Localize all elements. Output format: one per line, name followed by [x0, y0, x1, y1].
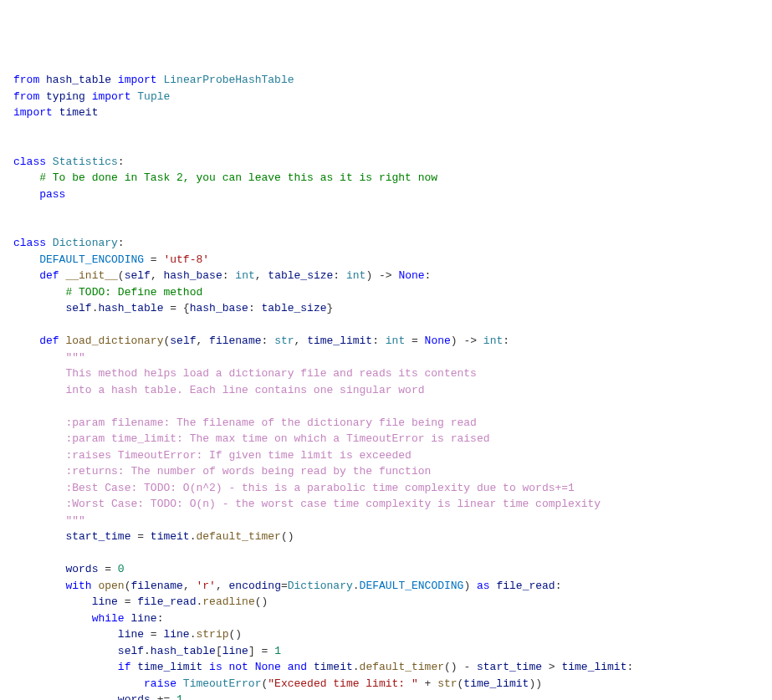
function-name: __init__	[65, 269, 117, 282]
keyword-raise: raise	[144, 677, 176, 690]
variable: file_read	[496, 580, 555, 592]
keyword-while: while	[92, 612, 125, 625]
module-ref: timeit	[151, 530, 190, 543]
code-line: words = 0	[13, 561, 759, 578]
operator: -	[458, 661, 477, 673]
docstring: :Worst Case: TODO: O(n) - the worst case…	[65, 498, 601, 510]
module-name: hash_table	[46, 74, 111, 86]
punctuation: ()	[229, 628, 243, 641]
docstring: :returns: The number of words being read…	[65, 465, 431, 478]
class-name: Dictionary	[53, 237, 118, 249]
keyword-import: import	[118, 74, 157, 86]
variable: time_limit	[561, 661, 626, 673]
code-line: :Worst Case: TODO: O(n) - the worst case…	[13, 496, 759, 513]
class-name: Statistics	[53, 156, 118, 168]
punctuation: ,	[294, 335, 308, 347]
punctuation: :	[157, 612, 164, 625]
blank-line	[13, 219, 759, 236]
module-name: timeit	[59, 106, 99, 119]
function-call: open	[98, 580, 124, 592]
string-literal: 'utf-8'	[163, 253, 209, 266]
operator: +	[418, 677, 437, 690]
punctuation: .	[144, 645, 151, 657]
punctuation: )	[463, 580, 477, 592]
code-line: :param time_limit: The max time on which…	[13, 431, 759, 447]
code-line: DEFAULT_ENCODING = 'utf-8'	[13, 252, 759, 268]
keyword-class: class	[13, 237, 46, 249]
docstring: :raises TimeoutError: If given time limi…	[65, 449, 411, 462]
docstring: """	[65, 514, 84, 527]
variable: start_time	[477, 661, 542, 673]
blank-line	[13, 202, 759, 219]
punctuation: ()	[281, 530, 294, 543]
code-line: import timeit	[13, 105, 759, 121]
variable: words	[65, 563, 98, 575]
type-hint: int	[346, 269, 366, 282]
operator: >	[542, 661, 561, 673]
keyword-from: from	[13, 90, 39, 103]
variable: time_limit	[137, 661, 202, 673]
method-call: strip	[196, 628, 228, 641]
self-param: self	[125, 269, 151, 282]
type-hint: int	[386, 335, 405, 347]
code-line: class Statistics:	[13, 154, 759, 171]
docstring: This method helps load a dictionary file…	[65, 367, 476, 380]
code-line: self.hash_table[line] = 1	[13, 643, 759, 660]
class-name: LinearProbeHashTable	[163, 74, 294, 86]
code-line: with open(filename, 'r', encoding=Dictio…	[13, 578, 759, 595]
punctuation: ,	[255, 269, 268, 282]
blank-line	[13, 545, 759, 562]
blank-line	[13, 137, 759, 154]
none-literal: None	[425, 335, 451, 347]
function-call: default_timer	[360, 661, 444, 673]
punctuation: :	[503, 335, 509, 347]
self-ref: self	[118, 645, 144, 657]
constant: DEFAULT_ENCODING	[360, 580, 464, 592]
space	[281, 661, 288, 673]
return-type: None	[398, 269, 424, 282]
variable: line	[118, 628, 144, 641]
number: 1	[176, 693, 183, 700]
punctuation: :	[372, 335, 386, 347]
code-line: while line:	[13, 611, 759, 627]
keyword-with: with	[65, 580, 91, 592]
attribute: hash_table	[151, 645, 216, 657]
punctuation: ] =	[248, 645, 274, 657]
keyword-from: from	[13, 74, 39, 86]
punctuation: ()	[255, 595, 268, 608]
variable: filename	[130, 580, 182, 592]
punctuation: ) ->	[366, 269, 398, 282]
comment: # TODO: Define method	[65, 286, 202, 299]
punctuation: :	[555, 580, 562, 592]
keyword-pass: pass	[39, 188, 65, 201]
code-line: pass	[13, 186, 759, 203]
code-line: def __init__(self, hash_base: int, table…	[13, 268, 759, 284]
type-hint: int	[235, 269, 254, 282]
punctuation: ,	[151, 269, 164, 282]
code-line: # TODO: Define method	[13, 284, 759, 301]
operator: =	[98, 563, 117, 575]
function-call: str	[437, 677, 457, 690]
variable: line	[222, 645, 248, 657]
variable: line	[92, 595, 118, 608]
punctuation: :	[262, 335, 275, 347]
code-line: """	[13, 513, 759, 529]
blank-line	[13, 317, 759, 334]
code-line: words += 1	[13, 692, 759, 700]
keyword-as: as	[477, 580, 490, 592]
punctuation: }	[327, 302, 334, 314]
code-line: line = line.strip()	[13, 626, 759, 643]
operator: = {	[163, 302, 189, 314]
type-hint: str	[274, 335, 294, 347]
punctuation: ,	[216, 580, 229, 592]
operator: +=	[151, 693, 176, 700]
param-name: hash_base	[164, 269, 222, 282]
keyword-and: and	[288, 661, 307, 673]
operator: =	[130, 530, 150, 543]
variable: table_size	[262, 302, 327, 314]
space	[176, 677, 183, 690]
number: 1	[274, 645, 281, 657]
function-name: load_dictionary	[65, 335, 163, 347]
punctuation: :	[222, 269, 236, 282]
module-name: typing	[46, 90, 85, 103]
